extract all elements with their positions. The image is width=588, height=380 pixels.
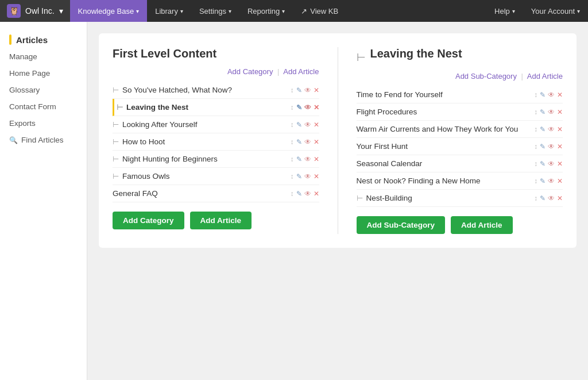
right-item-7-label: Nest-Building (366, 194, 530, 202)
move-icon-5[interactable]: ↕ (291, 155, 294, 163)
move-icon-4[interactable]: ↕ (291, 138, 294, 146)
r-eye-icon-4[interactable]: 👁 (548, 143, 555, 151)
search-icon: 🔍 (9, 136, 18, 144)
r-eye-icon-6[interactable]: 👁 (548, 177, 555, 185)
left-add-category-button[interactable]: Add Category (113, 212, 184, 229)
brand[interactable]: 🦉 Owl Inc. ▾ (0, 0, 70, 22)
nav-knowledge-base[interactable]: Knowledge Base ▾ (70, 0, 148, 22)
nav-knowledge-base-caret: ▾ (136, 8, 139, 14)
edit-icon-1[interactable]: ✎ (296, 86, 302, 94)
folder-icon-3: ⊢ (113, 120, 119, 129)
nav-settings-label: Settings (199, 7, 226, 16)
sidebar-heading-label: Articles (16, 35, 48, 45)
right-add-subcategory-button[interactable]: Add Sub-Category (357, 216, 446, 234)
nav-settings[interactable]: Settings ▾ (191, 0, 239, 22)
r-edit-icon-5[interactable]: ✎ (540, 160, 546, 168)
r-move-icon-3[interactable]: ↕ (534, 125, 537, 133)
eye-icon-5[interactable]: 👁 (304, 155, 311, 163)
r-eye-icon-5[interactable]: 👁 (548, 160, 555, 168)
r-edit-icon-6[interactable]: ✎ (540, 177, 546, 185)
delete-icon-2[interactable]: ✕ (314, 103, 319, 112)
delete-icon-1[interactable]: ✕ (314, 86, 319, 94)
r-move-icon-4[interactable]: ↕ (534, 143, 537, 151)
right-add-article-link[interactable]: Add Article (527, 72, 563, 80)
r-eye-icon-1[interactable]: 👁 (548, 91, 555, 99)
r-delete-icon-3[interactable]: ✕ (557, 125, 563, 133)
r-eye-icon-7[interactable]: 👁 (548, 194, 555, 202)
right-btn-group: Add Sub-Category Add Article (357, 216, 563, 234)
r-delete-icon-6[interactable]: ✕ (557, 177, 563, 185)
r-delete-icon-1[interactable]: ✕ (557, 91, 563, 99)
move-icon-3[interactable]: ↕ (291, 121, 294, 129)
move-icon-6[interactable]: ↕ (291, 172, 294, 181)
r-edit-icon-4[interactable]: ✎ (540, 143, 546, 151)
r-delete-icon-2[interactable]: ✕ (557, 108, 563, 116)
r-eye-icon-3[interactable]: 👁 (548, 125, 555, 133)
right-item-4-label: Your First Hunt (357, 142, 530, 151)
r-move-icon-5[interactable]: ↕ (534, 160, 537, 168)
r-edit-icon-7[interactable]: ✎ (540, 194, 546, 202)
sidebar-item-find-articles[interactable]: 🔍 Find Articles (0, 132, 87, 148)
r-edit-icon-1[interactable]: ✎ (540, 91, 546, 99)
left-add-category-link[interactable]: Add Category (227, 67, 273, 76)
move-icon-2[interactable]: ↕ (291, 103, 294, 112)
nav-library[interactable]: Library ▾ (147, 0, 191, 22)
delete-icon-5[interactable]: ✕ (314, 155, 319, 163)
nav-knowledge-base-label: Knowledge Base (78, 7, 134, 16)
sidebar-item-glossary[interactable]: Glossary (0, 82, 87, 98)
r-move-icon-1[interactable]: ↕ (534, 91, 537, 99)
right-add-subcategory-link[interactable]: Add Sub-Category (455, 72, 517, 80)
eye-icon-7[interactable]: 👁 (304, 190, 311, 198)
sidebar-item-contact-form[interactable]: Contact Form (0, 98, 87, 115)
nav-reporting[interactable]: Reporting ▾ (239, 0, 293, 22)
nav-help[interactable]: Help ▾ (486, 0, 523, 22)
left-list-item-1: ⊢ So You've Hatched, What Now? ↕ ✎ 👁 ✕ (113, 82, 319, 99)
eye-icon-3[interactable]: 👁 (304, 121, 311, 129)
edit-icon-5[interactable]: ✎ (296, 155, 302, 163)
folder-icon-6: ⊢ (113, 172, 119, 181)
navbar: 🦉 Owl Inc. ▾ Knowledge Base ▾ Library ▾ … (0, 0, 588, 22)
move-icon-1[interactable]: ↕ (291, 86, 294, 94)
edit-icon-3[interactable]: ✎ (296, 121, 302, 129)
delete-icon-6[interactable]: ✕ (314, 172, 319, 181)
edit-icon-4[interactable]: ✎ (296, 138, 302, 146)
r-edit-icon-3[interactable]: ✎ (540, 125, 546, 133)
r-edit-icon-2[interactable]: ✎ (540, 108, 546, 116)
content-card: First Level Content Add Category | Add A… (99, 33, 577, 248)
sidebar-item-home-page[interactable]: Home Page (0, 65, 87, 82)
eye-icon-1[interactable]: 👁 (304, 86, 311, 94)
left-actions-sep: | (277, 67, 279, 76)
folder-icon-2: ⊢ (117, 103, 123, 112)
nav-view-kb[interactable]: ↗ View KB (293, 0, 346, 22)
delete-icon-3[interactable]: ✕ (314, 121, 319, 129)
nav-account[interactable]: Your Account ▾ (523, 0, 588, 22)
edit-icon-7[interactable]: ✎ (296, 190, 302, 198)
nav-help-label: Help (494, 7, 510, 16)
eye-icon-6[interactable]: 👁 (304, 172, 311, 181)
eye-icon-2[interactable]: 👁 (304, 103, 311, 112)
r-delete-icon-5[interactable]: ✕ (557, 160, 563, 168)
left-item-5-actions: ↕ ✎ 👁 ✕ (291, 155, 319, 163)
delete-icon-4[interactable]: ✕ (314, 138, 319, 146)
left-item-1-label: So You've Hatched, What Now? (122, 86, 286, 94)
left-add-article-button[interactable]: Add Article (190, 212, 252, 229)
edit-icon-2[interactable]: ✎ (296, 103, 302, 112)
left-add-article-link[interactable]: Add Article (283, 67, 319, 76)
r-delete-icon-4[interactable]: ✕ (557, 143, 563, 151)
right-item-6-actions: ↕ ✎ 👁 ✕ (534, 177, 563, 185)
r-move-icon-6[interactable]: ↕ (534, 177, 537, 185)
move-icon-7[interactable]: ↕ (291, 190, 294, 198)
sidebar-item-exports[interactable]: Exports (0, 115, 87, 132)
r-move-icon-7[interactable]: ↕ (534, 194, 537, 202)
eye-icon-4[interactable]: 👁 (304, 138, 311, 146)
r-delete-icon-7[interactable]: ✕ (557, 194, 563, 202)
right-add-article-button[interactable]: Add Article (451, 216, 513, 234)
brand-name: Owl Inc. (25, 6, 55, 16)
r-eye-icon-2[interactable]: 👁 (548, 108, 555, 116)
r-move-icon-2[interactable]: ↕ (534, 108, 537, 116)
delete-icon-7[interactable]: ✕ (314, 190, 319, 198)
sidebar-glossary-label: Glossary (9, 86, 40, 94)
right-list-item-2: Flight Procedures ↕ ✎ 👁 ✕ (357, 103, 563, 121)
sidebar-item-manage[interactable]: Manage (0, 48, 87, 65)
edit-icon-6[interactable]: ✎ (296, 172, 302, 181)
